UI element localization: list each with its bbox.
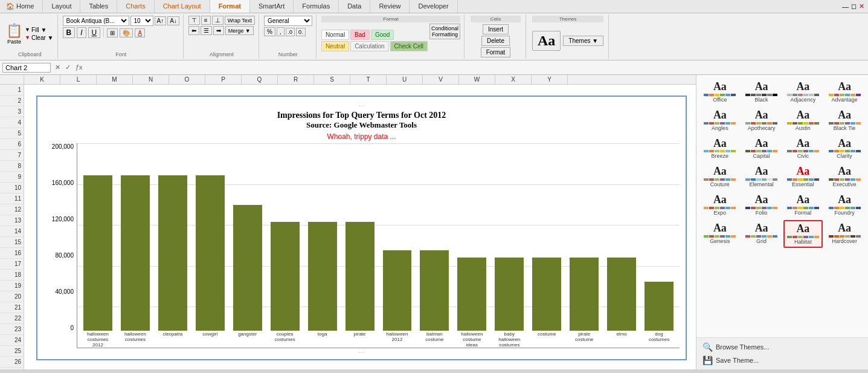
- theme-item-office[interactable]: AaOffice: [700, 79, 740, 105]
- theme-item-formal[interactable]: AaFormal: [783, 192, 823, 218]
- normal-style[interactable]: Normal: [321, 30, 349, 40]
- theme-item-civic[interactable]: AaCivic: [783, 135, 823, 162]
- col-header-k[interactable]: K: [24, 75, 60, 84]
- col-header-y[interactable]: Y: [532, 75, 568, 84]
- confirm-formula-btn[interactable]: ✓: [63, 63, 72, 71]
- formula-input[interactable]: [87, 64, 866, 71]
- theme-item-couture[interactable]: AaCouture: [700, 163, 740, 190]
- format-btn[interactable]: Format: [481, 47, 511, 57]
- tab-developer[interactable]: Developer: [410, 0, 457, 13]
- bold-btn[interactable]: B: [63, 27, 76, 38]
- name-box[interactable]: [2, 63, 51, 73]
- minimize-icon[interactable]: —: [842, 3, 849, 10]
- clear-label[interactable]: Clear ▼: [31, 34, 54, 41]
- bad-style[interactable]: Bad: [350, 30, 370, 40]
- close-icon[interactable]: ✕: [859, 2, 864, 10]
- wrap-text-btn[interactable]: Wrap Text: [225, 16, 255, 25]
- col-header-p[interactable]: P: [205, 75, 242, 84]
- number-format-select[interactable]: General: [264, 16, 312, 26]
- browse-themes-btn[interactable]: 🔍 Browse Themes...: [701, 340, 863, 354]
- font-increase-btn[interactable]: A↑: [155, 16, 167, 25]
- tab-smartart[interactable]: SmartArt: [250, 0, 294, 13]
- col-header-u[interactable]: U: [387, 75, 423, 84]
- underline-btn[interactable]: U: [88, 27, 101, 38]
- col-header-t[interactable]: T: [350, 75, 387, 84]
- font-decrease-btn[interactable]: A↓: [167, 16, 179, 25]
- theme-item-black[interactable]: AaBlack: [742, 79, 782, 105]
- merge-btn[interactable]: Merge ▼: [225, 26, 254, 35]
- theme-item-elemental[interactable]: AaElemental: [742, 163, 782, 190]
- theme-item-executive[interactable]: AaExecutive: [825, 163, 864, 190]
- increase-decimal-btn[interactable]: 0.: [296, 28, 306, 36]
- col-header-q[interactable]: Q: [242, 75, 278, 84]
- good-style[interactable]: Good: [371, 30, 394, 40]
- italic-btn[interactable]: I: [77, 27, 86, 38]
- font-size-select[interactable]: 10: [130, 16, 153, 26]
- align-top-btn[interactable]: ⊤: [188, 16, 200, 25]
- align-right-btn[interactable]: ➡: [213, 26, 224, 35]
- tab-formulas[interactable]: Formulas: [294, 0, 339, 13]
- align-center-btn[interactable]: ☰: [201, 26, 212, 35]
- col-header-n[interactable]: N: [133, 75, 169, 84]
- theme-item-breeze[interactable]: AaBreeze: [700, 135, 740, 162]
- tab-tables[interactable]: Tables: [80, 0, 117, 13]
- align-left-btn[interactable]: ⬅: [188, 26, 199, 35]
- row-num-9: 9: [0, 172, 24, 183]
- align-mid-btn[interactable]: ≡: [201, 16, 211, 25]
- save-theme-btn[interactable]: 💾 Save Theme...: [701, 354, 863, 367]
- col-header-s[interactable]: S: [314, 75, 350, 84]
- paste-icon[interactable]: 📋: [6, 23, 22, 39]
- theme-item-foundry[interactable]: AaFoundry: [825, 192, 864, 218]
- theme-item-folio[interactable]: AaFolio: [742, 192, 782, 218]
- themes-btn[interactable]: Themes ▼: [563, 36, 603, 46]
- check-cell-style[interactable]: Check Cell: [390, 41, 428, 51]
- theme-item-habitat[interactable]: AaHabitat: [783, 220, 823, 248]
- tab-review[interactable]: Review: [370, 0, 410, 13]
- theme-item-angles[interactable]: AaAngles: [700, 107, 740, 134]
- theme-item-essential[interactable]: AaEssential: [783, 163, 823, 190]
- conditional-formatting-btn[interactable]: ConditionalFormatting: [429, 24, 460, 39]
- tab-charts[interactable]: Charts: [117, 0, 154, 13]
- col-header-w[interactable]: W: [459, 75, 495, 84]
- theme-item-capital[interactable]: AaCapital: [742, 135, 782, 162]
- insert-function-btn[interactable]: ƒx: [74, 63, 85, 71]
- tab-data[interactable]: Data: [339, 0, 370, 13]
- align-bot-btn[interactable]: ⊥: [212, 16, 223, 25]
- fill-label[interactable]: Fill ▼: [31, 27, 47, 33]
- theme-item-adjacency[interactable]: AaAdjacency: [783, 79, 823, 105]
- borders-btn[interactable]: ⊞: [107, 28, 118, 37]
- tab-home[interactable]: 🏠 Home: [0, 0, 43, 13]
- insert-btn[interactable]: Insert: [483, 24, 509, 34]
- theme-item-advantage[interactable]: AaAdvantage: [825, 79, 864, 105]
- cancel-formula-btn[interactable]: ✕: [53, 63, 62, 71]
- font-family-select[interactable]: Book Antiqua (B...: [63, 16, 129, 26]
- col-header-x[interactable]: X: [495, 75, 532, 84]
- theme-item-austin[interactable]: AaAustin: [783, 107, 823, 134]
- themes-aa-btn[interactable]: Aa: [532, 31, 561, 51]
- neutral-style[interactable]: Neutral: [321, 41, 349, 51]
- restore-icon[interactable]: ◻: [851, 2, 857, 10]
- theme-item-expo[interactable]: AaExpo: [700, 192, 740, 218]
- comma-btn[interactable]: ,: [277, 27, 285, 36]
- decrease-decimal-btn[interactable]: .0: [286, 28, 295, 36]
- theme-item-hardcover[interactable]: AaHardcover: [825, 220, 864, 248]
- col-header-l[interactable]: L: [60, 75, 97, 84]
- theme-item-grid[interactable]: AaGrid: [742, 220, 782, 248]
- theme-item-clarity[interactable]: AaClarity: [825, 135, 864, 162]
- tab-format[interactable]: Format: [210, 0, 250, 13]
- delete-btn[interactable]: Delete: [481, 36, 510, 46]
- theme-item-apothecary[interactable]: AaApothecary: [742, 107, 782, 134]
- font-color-btn[interactable]: A: [135, 28, 145, 37]
- tab-chart-layout[interactable]: Chart Layout: [155, 0, 210, 13]
- col-header-m[interactable]: M: [97, 75, 133, 84]
- fill-color-btn[interactable]: 🎨: [120, 28, 133, 37]
- col-header-o[interactable]: O: [169, 75, 205, 84]
- calculation-style[interactable]: Calculation: [350, 41, 388, 51]
- col-header-r[interactable]: R: [278, 75, 314, 84]
- col-header-v[interactable]: V: [423, 75, 459, 84]
- percent-btn[interactable]: %: [264, 27, 275, 36]
- theme-item-black-tie[interactable]: AaBlack Tie: [825, 107, 864, 134]
- tab-layout[interactable]: Layout: [43, 0, 80, 13]
- theme-item-genesis[interactable]: AaGenesis: [700, 220, 740, 248]
- chart[interactable]: ⋯ Impressions for Top Query Terms for Oc…: [36, 96, 687, 360]
